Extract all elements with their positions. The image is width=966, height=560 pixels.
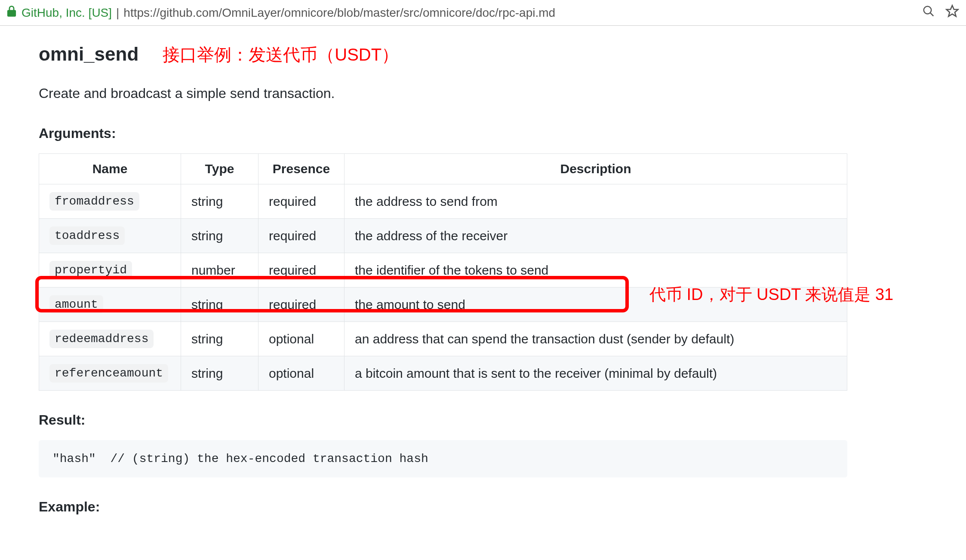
result-heading: Result: [39, 412, 966, 428]
example-heading: Example: [39, 499, 966, 515]
zoom-icon[interactable] [922, 4, 935, 21]
arg-presence: optional [258, 356, 345, 391]
arg-name-code: toaddress [49, 226, 125, 245]
arg-name-code: amount [49, 295, 103, 314]
arg-type: string [181, 288, 258, 322]
arg-type: string [181, 356, 258, 391]
col-type: Type [181, 154, 258, 184]
table-row: referenceamountstringoptionala bitcoin a… [39, 356, 847, 391]
arguments-heading: Arguments: [39, 125, 966, 141]
browser-url-bar: GitHub, Inc. [US] | https://github.com/O… [0, 0, 966, 26]
arg-description: an address that can spend the transactio… [345, 322, 847, 356]
arg-type: number [181, 253, 258, 288]
arg-description: the address to send from [345, 184, 847, 219]
url-separator: | [116, 6, 119, 20]
svg-marker-2 [947, 5, 958, 16]
table-row: toaddressstringrequiredthe address of th… [39, 219, 847, 253]
arguments-table: Name Type Presence Description fromaddre… [39, 153, 847, 391]
arg-presence: required [258, 184, 345, 219]
annotation-row-note: 代币 ID，对于 USDT 来说值是 31 [649, 284, 893, 306]
arg-description: a bitcoin amount that is sent to the rec… [345, 356, 847, 391]
section-description: Create and broadcast a simple send trans… [39, 86, 966, 101]
arg-description: the identifier of the tokens to send [345, 253, 847, 288]
arg-type: string [181, 219, 258, 253]
arg-presence: optional [258, 322, 345, 356]
arg-presence: required [258, 219, 345, 253]
section-heading: omni_send [39, 43, 138, 65]
url-text[interactable]: https://github.com/OmniLayer/omnicore/bl… [123, 6, 922, 20]
arg-name-code: redeemaddress [49, 330, 154, 348]
arg-name-code: propertyid [49, 261, 132, 279]
arg-type: string [181, 184, 258, 219]
bookmark-star-icon[interactable] [945, 4, 959, 21]
col-name: Name [39, 154, 181, 184]
col-description: Description [345, 154, 847, 184]
arg-presence: required [258, 253, 345, 288]
url-org-label: GitHub, Inc. [US] [22, 6, 112, 20]
svg-line-1 [930, 13, 934, 16]
table-row: fromaddressstringrequiredthe address to … [39, 184, 847, 219]
arg-name-code: referenceamount [49, 364, 168, 383]
arg-type: string [181, 322, 258, 356]
arg-presence: required [258, 288, 345, 322]
col-presence: Presence [258, 154, 345, 184]
svg-point-0 [924, 6, 932, 14]
heading-annotation: 接口举例：发送代币（USDT） [163, 43, 399, 67]
table-row: propertyidnumberrequiredthe identifier o… [39, 253, 847, 288]
table-row: redeemaddressstringoptionalan address th… [39, 322, 847, 356]
result-codeblock: "hash" // (string) the hex-encoded trans… [39, 440, 847, 477]
lock-icon [7, 6, 16, 20]
page-content: omni_send 接口举例：发送代币（USDT） Create and bro… [0, 26, 966, 515]
arg-name-code: fromaddress [49, 192, 139, 211]
arg-description: the address of the receiver [345, 219, 847, 253]
